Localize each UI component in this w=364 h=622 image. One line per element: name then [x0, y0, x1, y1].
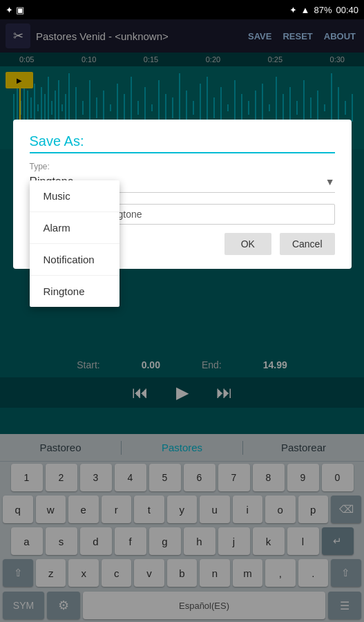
type-label: Type: — [30, 162, 335, 171]
save-dialog: Save As: Type: Ringtone ▼ Music Alarm No… — [13, 120, 352, 269]
screen-icon: ▣ — [16, 5, 24, 15]
dropdown-item-notification[interactable]: Notification — [30, 244, 119, 276]
status-icons: ✦ ▣ — [6, 5, 24, 15]
cancel-button[interactable]: Cancel — [280, 233, 335, 255]
battery-text: 87% — [314, 5, 332, 15]
wifi-icon: ▲ — [301, 5, 310, 15]
dropdown-item-ringtone[interactable]: Ringtone — [30, 276, 119, 307]
status-right: ✦ ▲ 87% 00:40 — [289, 5, 358, 15]
ok-button[interactable]: OK — [224, 233, 271, 255]
dropdown-item-alarm[interactable]: Alarm — [30, 212, 119, 244]
dialog-overlay: Save As: Type: Ringtone ▼ Music Alarm No… — [0, 19, 364, 622]
dropdown-menu: Music Alarm Notification Ringtone — [30, 180, 119, 307]
bluetooth-status: ✦ — [289, 5, 297, 15]
dropdown-item-music[interactable]: Music — [30, 180, 119, 212]
status-bar: ✦ ▣ ✦ ▲ 87% 00:40 — [0, 0, 364, 19]
bluetooth-icon: ✦ — [6, 5, 13, 15]
time-display: 00:40 — [336, 5, 358, 15]
dropdown-arrow-icon: ▼ — [325, 176, 335, 187]
dialog-title: Save As: — [30, 133, 335, 153]
